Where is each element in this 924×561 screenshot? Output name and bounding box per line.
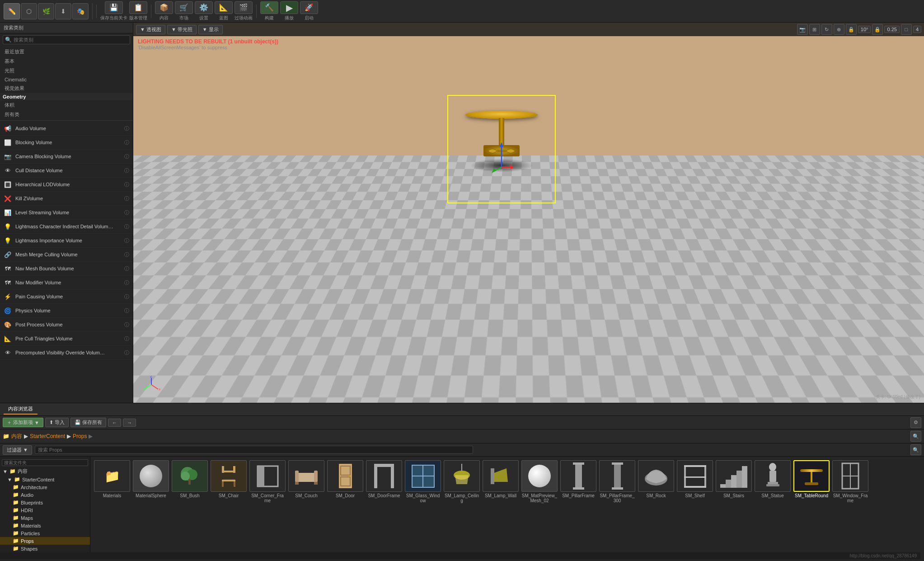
asset-sm-lamp-ceiling[interactable]: SM_Lamp_Ceiling <box>444 460 480 503</box>
list-item-post-process[interactable]: 🎨 Post Process Volume ⓘ <box>0 318 133 332</box>
tree-shapes[interactable]: 📁 Shapes <box>0 545 90 552</box>
asset-sm-matpreview[interactable]: SM_MatPreview_Mesh_02 <box>521 460 558 503</box>
mode-btn-2[interactable]: ⬡ <box>21 3 37 19</box>
asset-sm-pillarframe300[interactable]: SM_PillarFrame_300 <box>599 460 635 503</box>
info-icon-10[interactable]: ⓘ <box>124 265 129 272</box>
info-icon-4[interactable]: ⓘ <box>124 181 129 188</box>
vp-perspective-btn[interactable]: ▼ 透视图 <box>136 25 165 34</box>
toolbar-cinematics[interactable]: 🎬 过场动画 <box>235 1 253 21</box>
asset-sm-stairs[interactable]: SM_Stairs <box>716 460 752 503</box>
asset-sm-corner-frame[interactable]: SM_Corner_Frame <box>249 460 286 503</box>
tree-content[interactable]: ▼ 📁 内容 <box>0 467 90 476</box>
vp-lit-btn[interactable]: ▼ 带光照 <box>167 25 197 34</box>
info-icon-6[interactable]: ⓘ <box>124 209 129 216</box>
tree-blueprints[interactable]: 📁 Blueprints <box>0 499 90 506</box>
list-item-cull-distance[interactable]: 👁 Cull Distance Volume ⓘ <box>0 164 133 178</box>
crumb-content[interactable]: 内容 <box>11 433 22 440</box>
info-icon-3[interactable]: ⓘ <box>124 167 129 174</box>
folder-search-input[interactable] <box>2 459 88 466</box>
import-btn[interactable]: ⬆ 导入 <box>45 418 69 427</box>
back-btn[interactable]: ← <box>108 419 121 427</box>
asset-sm-door[interactable]: SM_Door <box>327 460 363 503</box>
tree-maps[interactable]: 📁 Maps <box>0 514 90 522</box>
content-browser-tab[interactable]: 内容浏览器 <box>4 404 38 415</box>
mode-btn-3[interactable]: 🌿 <box>38 3 54 19</box>
camera-settings-btn[interactable]: 📷 <box>797 24 808 35</box>
cat-recent[interactable]: 最近放置 <box>0 47 133 57</box>
list-item-pain-causing[interactable]: ⚡ Pain Causing Volume ⓘ <box>0 290 133 304</box>
asset-search-input[interactable] <box>35 446 473 454</box>
tree-audio[interactable]: 📁 Audio <box>0 491 90 499</box>
list-item-lightmass-importance[interactable]: 💡 Lightmass Importance Volume ⓘ <box>0 234 133 248</box>
info-icon-7[interactable]: ⓘ <box>124 223 129 230</box>
filter-dropdown-btn[interactable]: 过滤器 ▼ <box>3 445 32 455</box>
info-icon-15[interactable]: ⓘ <box>124 335 129 342</box>
viewport[interactable]: ▼ 透视图 ▼ 带光照 ▼ 显示 📷 ⊞ ↻ ⊕ 🔒 10° 🔒 0.25 □ … <box>133 23 924 403</box>
asset-search-btn[interactable]: 🔍 <box>910 444 921 455</box>
asset-sm-window-frame[interactable]: SM_Window_Frame <box>832 460 868 503</box>
list-item-lightmass-char[interactable]: 💡 Lightmass Character Indirect Detail Vo… <box>0 220 133 234</box>
asset-sm-pillarframe[interactable]: SM_PillarFrame <box>560 460 596 503</box>
scene-object-table[interactable] <box>447 95 556 203</box>
cat-visual[interactable]: 视觉效果 <box>0 84 133 93</box>
tree-particles[interactable]: 📁 Particles <box>0 529 90 537</box>
toolbar-build[interactable]: 🔨 构建 <box>260 1 278 21</box>
toolbar-content[interactable]: 📦 内容 <box>155 1 173 21</box>
asset-sm-doorframe[interactable]: SM_DoorFrame <box>366 460 402 503</box>
surface-btn[interactable]: 🔒 <box>872 24 883 35</box>
rotate-settings-btn[interactable]: ↻ <box>821 24 832 35</box>
list-item-hierarchical-lod[interactable]: 🔳 Hierarchical LODVolume ⓘ <box>0 178 133 192</box>
cat-lighting[interactable]: 光照 <box>0 66 133 75</box>
toolbar-launch[interactable]: 🚀 启动 <box>300 1 318 21</box>
asset-sm-shelf[interactable]: SM_Shelf <box>677 460 713 503</box>
scale-settings-btn[interactable]: ⊕ <box>834 24 844 35</box>
info-icon-1[interactable]: ⓘ <box>124 139 129 146</box>
forward-btn[interactable]: → <box>123 419 136 427</box>
asset-material-sphere[interactable]: MaterialSphere <box>133 460 169 503</box>
bottom-search-settings[interactable]: 🔍 <box>910 431 921 442</box>
save-all-btn[interactable]: 💾 保存所有 <box>70 418 106 427</box>
list-item-pre-cull[interactable]: 📐 Pre Cull Triangles Volume ⓘ <box>0 332 133 346</box>
crumb-starter[interactable]: StarterContent <box>30 433 65 439</box>
mode-btn-5[interactable]: 🎭 <box>72 3 89 19</box>
list-item-blocking-volume[interactable]: ⬜ Blocking Volume ⓘ <box>0 136 133 150</box>
search-box[interactable]: 🔍 <box>3 35 130 44</box>
asset-sm-table-round[interactable]: SM_TableRound <box>793 460 830 503</box>
toolbar-play[interactable]: ▶ 播放 <box>280 1 298 21</box>
asset-materials[interactable]: 📁 Materials <box>94 460 130 503</box>
cat-cinematic[interactable]: Cinematic <box>0 75 133 84</box>
mode-btn-1[interactable]: ✏️ <box>4 3 20 19</box>
toolbar-version[interactable]: 📋 版本管理 <box>129 1 147 21</box>
list-item-nav-mesh[interactable]: 🗺 Nav Mesh Bounds Volume ⓘ <box>0 262 133 276</box>
toolbar-market[interactable]: 🛒 市场 <box>175 1 193 21</box>
vp-show-btn[interactable]: ▼ 显示 <box>198 25 223 34</box>
viewport-size-btn[interactable]: □ <box>901 24 912 35</box>
toolbar-save[interactable]: 💾 保存当前关卡 <box>100 1 127 21</box>
angle-value[interactable]: 10° <box>858 26 871 33</box>
toolbar-settings[interactable]: ⚙️ 设置 <box>195 1 213 21</box>
bottom-settings-btn[interactable]: ⚙ <box>910 417 921 428</box>
info-icon-8[interactable]: ⓘ <box>124 237 129 244</box>
add-new-btn[interactable]: ＋ 添加新项 ▼ <box>3 418 43 427</box>
cat-geometry[interactable]: Geometry <box>0 93 133 100</box>
list-item-mesh-merge[interactable]: 🔗 Mesh Merge Culling Volume ⓘ <box>0 248 133 262</box>
tree-architecture[interactable]: 📁 Architecture <box>0 483 90 491</box>
list-item-level-streaming[interactable]: 📊 Level Streaming Volume ⓘ <box>0 206 133 220</box>
mode-btn-4[interactable]: ⬇ <box>55 3 71 19</box>
tree-hdri[interactable]: 📁 HDRI <box>0 506 90 514</box>
tree-starter-content[interactable]: ▼ 📁 StarterContent <box>0 476 90 483</box>
info-icon-0[interactable]: ⓘ <box>124 125 129 132</box>
info-icon-16[interactable]: ⓘ <box>124 349 129 356</box>
snap-settings-btn[interactable]: 🔒 <box>846 24 857 35</box>
search-input[interactable] <box>14 37 128 42</box>
list-item-precomputed[interactable]: 👁 Precomputed Visibility Override Volum…… <box>0 346 133 360</box>
size-value[interactable]: 4 <box>913 26 921 33</box>
asset-sm-statue[interactable]: SM_Statue <box>755 460 791 503</box>
info-icon-12[interactable]: ⓘ <box>124 293 129 300</box>
info-icon-5[interactable]: ⓘ <box>124 195 129 202</box>
asset-sm-lamp-wall[interactable]: SM_Lamp_Wall <box>483 460 519 503</box>
info-icon-11[interactable]: ⓘ <box>124 279 129 286</box>
info-icon-2[interactable]: ⓘ <box>124 153 129 160</box>
info-icon-14[interactable]: ⓘ <box>124 321 129 328</box>
info-icon-13[interactable]: ⓘ <box>124 307 129 314</box>
